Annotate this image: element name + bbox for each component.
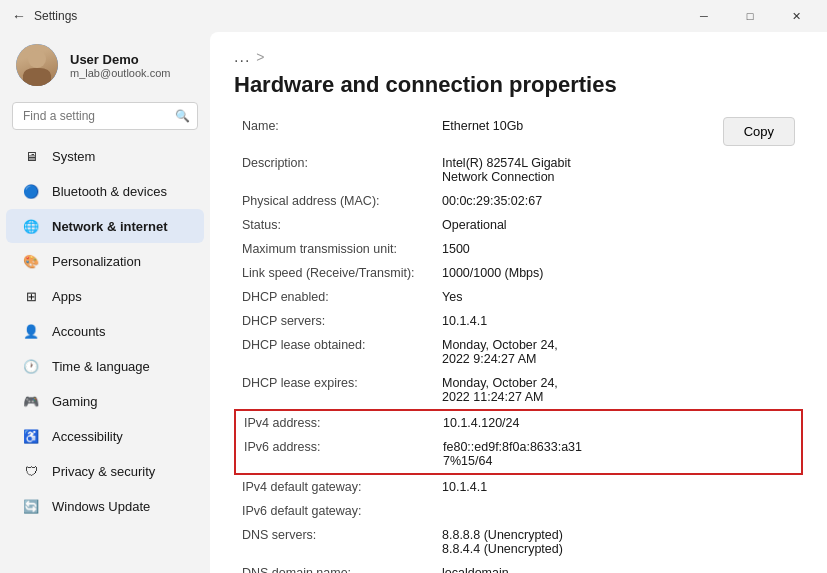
sidebar-item-label: Time & language xyxy=(52,359,150,374)
property-value: Monday, October 24,2022 11:24:27 AM xyxy=(434,371,803,409)
property-value: Intel(R) 82574L GigabitNetwork Connectio… xyxy=(434,151,803,189)
property-value: 10.1.4.1 xyxy=(434,475,803,499)
property-value: Yes xyxy=(434,285,803,309)
sidebar-item-bluetooth[interactable]: 🔵 Bluetooth & devices xyxy=(6,174,204,208)
property-value: Ethernet 10Gb Copy xyxy=(434,114,803,151)
table-row: Maximum transmission unit: 1500 xyxy=(234,237,803,261)
property-value: Operational xyxy=(434,213,803,237)
property-value: 10.1.4.1 xyxy=(434,309,803,333)
breadcrumb-separator: > xyxy=(256,49,264,65)
property-label: DNS domain name: xyxy=(234,561,434,573)
table-row: Link speed (Receive/Transmit): 1000/1000… xyxy=(234,261,803,285)
property-label: DHCP enabled: xyxy=(234,285,434,309)
minimize-button[interactable]: ─ xyxy=(681,0,727,32)
property-label: Physical address (MAC): xyxy=(234,189,434,213)
app-title: Settings xyxy=(34,9,77,23)
sidebar-item-gaming[interactable]: 🎮 Gaming xyxy=(6,384,204,418)
table-row: IPv4 address: 10.1.4.120/24 xyxy=(235,410,802,435)
sidebar-item-privacy[interactable]: 🛡 Privacy & security xyxy=(6,454,204,488)
property-value: fe80::ed9f:8f0a:8633:a317%15/64 xyxy=(435,435,802,474)
property-value: 1500 xyxy=(434,237,803,261)
property-label: IPv6 default gateway: xyxy=(234,499,434,523)
maximize-button[interactable]: □ xyxy=(727,0,773,32)
table-row: IPv6 default gateway: xyxy=(234,499,803,523)
search-box: 🔍 xyxy=(12,102,198,130)
privacy-icon: 🛡 xyxy=(22,462,40,480)
property-value xyxy=(434,499,803,523)
sidebar-item-label: Apps xyxy=(52,289,82,304)
page-title: Hardware and connection properties xyxy=(234,72,617,98)
property-label: Description: xyxy=(234,151,434,189)
property-value: 8.8.8.8 (Unencrypted)8.8.4.4 (Unencrypte… xyxy=(434,523,803,561)
app-body: User Demo m_lab@outlook.com 🔍 🖥 System 🔵… xyxy=(0,32,827,573)
table-row: Status: Operational xyxy=(234,213,803,237)
property-value: localdomain xyxy=(434,561,803,573)
table-row: DHCP enabled: Yes xyxy=(234,285,803,309)
sidebar-item-network[interactable]: 🌐 Network & internet xyxy=(6,209,204,243)
user-section: User Demo m_lab@outlook.com xyxy=(0,32,210,102)
user-name: User Demo xyxy=(70,52,170,67)
breadcrumb-dots[interactable]: ... xyxy=(234,48,250,66)
properties-table: Name: Ethernet 10Gb Copy Description: In… xyxy=(234,114,803,573)
nav-list: 🖥 System 🔵 Bluetooth & devices 🌐 Network… xyxy=(0,138,210,524)
sidebar-item-accounts[interactable]: 👤 Accounts xyxy=(6,314,204,348)
property-label: IPv4 address: xyxy=(235,410,435,435)
property-value: 00:0c:29:35:02:67 xyxy=(434,189,803,213)
sidebar-item-label: System xyxy=(52,149,95,164)
sidebar-item-system[interactable]: 🖥 System xyxy=(6,139,204,173)
breadcrumb: ... > xyxy=(234,48,803,66)
sidebar: User Demo m_lab@outlook.com 🔍 🖥 System 🔵… xyxy=(0,32,210,573)
property-value: 1000/1000 (Mbps) xyxy=(434,261,803,285)
copy-button[interactable]: Copy xyxy=(723,117,795,146)
sidebar-item-time[interactable]: 🕐 Time & language xyxy=(6,349,204,383)
property-label: Name: xyxy=(234,114,434,151)
table-row: DNS servers: 8.8.8.8 (Unencrypted)8.8.4.… xyxy=(234,523,803,561)
gaming-icon: 🎮 xyxy=(22,392,40,410)
accessibility-icon: ♿ xyxy=(22,427,40,445)
property-label: IPv6 address: xyxy=(235,435,435,474)
table-row: DNS domain name: localdomain xyxy=(234,561,803,573)
table-row: IPv6 address: fe80::ed9f:8f0a:8633:a317%… xyxy=(235,435,802,474)
sidebar-item-label: Privacy & security xyxy=(52,464,155,479)
user-info: User Demo m_lab@outlook.com xyxy=(70,52,170,79)
search-input[interactable] xyxy=(12,102,198,130)
property-label: DHCP servers: xyxy=(234,309,434,333)
network-icon: 🌐 xyxy=(22,217,40,235)
sidebar-item-update[interactable]: 🔄 Windows Update xyxy=(6,489,204,523)
properties-section: Name: Ethernet 10Gb Copy Description: In… xyxy=(234,114,803,573)
bluetooth-icon: 🔵 xyxy=(22,182,40,200)
property-label: Link speed (Receive/Transmit): xyxy=(234,261,434,285)
sidebar-item-label: Personalization xyxy=(52,254,141,269)
sidebar-item-label: Accounts xyxy=(52,324,105,339)
search-icon: 🔍 xyxy=(175,109,190,123)
table-row: Name: Ethernet 10Gb Copy xyxy=(234,114,803,151)
property-label: Status: xyxy=(234,213,434,237)
apps-icon: ⊞ xyxy=(22,287,40,305)
sidebar-item-label: Windows Update xyxy=(52,499,150,514)
personalization-icon: 🎨 xyxy=(22,252,40,270)
titlebar-controls: ─ □ ✕ xyxy=(681,0,819,32)
close-button[interactable]: ✕ xyxy=(773,0,819,32)
property-value: Monday, October 24,2022 9:24:27 AM xyxy=(434,333,803,371)
sidebar-item-accessibility[interactable]: ♿ Accessibility xyxy=(6,419,204,453)
property-label: Maximum transmission unit: xyxy=(234,237,434,261)
accounts-icon: 👤 xyxy=(22,322,40,340)
avatar[interactable] xyxy=(16,44,58,86)
sidebar-item-label: Gaming xyxy=(52,394,98,409)
table-row: Description: Intel(R) 82574L GigabitNetw… xyxy=(234,151,803,189)
highlight-group: IPv4 address: 10.1.4.120/24 IPv6 address… xyxy=(234,409,803,475)
sidebar-item-apps[interactable]: ⊞ Apps xyxy=(6,279,204,313)
sidebar-item-personalization[interactable]: 🎨 Personalization xyxy=(6,244,204,278)
sidebar-item-label: Network & internet xyxy=(52,219,168,234)
property-label: DNS servers: xyxy=(234,523,434,561)
sidebar-item-label: Accessibility xyxy=(52,429,123,444)
system-icon: 🖥 xyxy=(22,147,40,165)
property-value: 10.1.4.120/24 xyxy=(435,410,802,435)
table-row: DHCP servers: 10.1.4.1 xyxy=(234,309,803,333)
sidebar-item-label: Bluetooth & devices xyxy=(52,184,167,199)
time-icon: 🕐 xyxy=(22,357,40,375)
user-email: m_lab@outlook.com xyxy=(70,67,170,79)
back-icon[interactable]: ← xyxy=(12,8,26,24)
titlebar: ← Settings ─ □ ✕ xyxy=(0,0,827,32)
update-icon: 🔄 xyxy=(22,497,40,515)
